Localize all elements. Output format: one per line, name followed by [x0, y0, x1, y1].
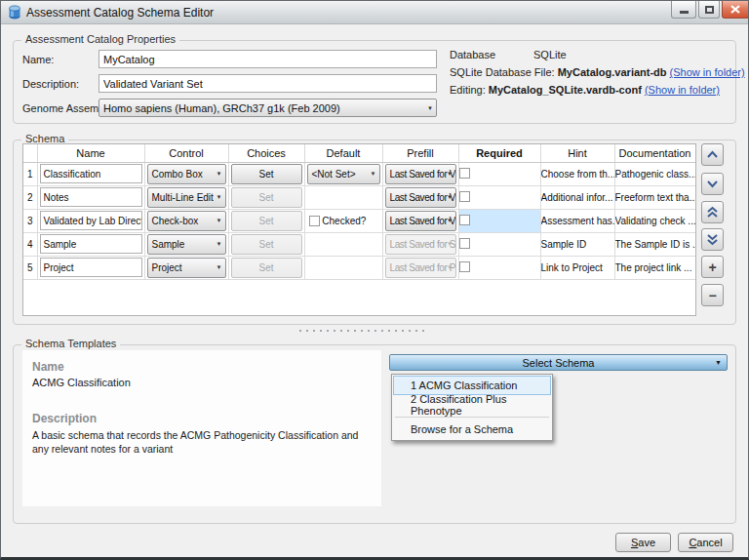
splitter-handle[interactable]: [299, 330, 424, 332]
control-combo[interactable]: Project▼: [147, 258, 226, 278]
checked-checkbox[interactable]: [309, 216, 320, 226]
default-combo[interactable]: <Not Set>▼: [307, 164, 380, 184]
checked-label: Checked?: [322, 216, 366, 226]
minimize-button[interactable]: [671, 1, 696, 19]
default-cell[interactable]: [304, 256, 382, 279]
header-choices[interactable]: Choices: [228, 144, 304, 162]
chevron-down-icon: ▼: [217, 241, 222, 247]
database-value: SQLite: [533, 49, 567, 60]
default-cell[interactable]: Checked?: [304, 209, 382, 232]
default-cell[interactable]: [304, 185, 382, 209]
template-description-heading: Description: [32, 412, 97, 425]
hint-cell[interactable]: Assessment has...: [540, 209, 614, 232]
header-prefill[interactable]: Prefill: [382, 144, 458, 162]
field-name-input[interactable]: Notes: [40, 187, 142, 207]
dialog-window: Assessment Catalog Schema Editor Assessm…: [0, 0, 749, 560]
row-number[interactable]: 5: [23, 256, 37, 279]
close-button[interactable]: [722, 1, 749, 19]
required-checkbox[interactable]: [459, 238, 470, 249]
hint-cell[interactable]: Choose from th...: [540, 162, 614, 185]
row-number[interactable]: 4: [23, 232, 37, 256]
documentation-cell[interactable]: Validating check ...: [614, 209, 695, 232]
maximize-button[interactable]: [698, 1, 720, 19]
table-row: 2 Notes Multi-Line Edit▼ Set Last Saved …: [23, 185, 695, 209]
schema-table: Name Control Choices Default Prefill Req…: [22, 143, 696, 316]
move-up-button[interactable]: [701, 143, 724, 166]
header-hint[interactable]: Hint: [540, 144, 614, 162]
minimize-icon: [680, 11, 689, 14]
choices-set-button[interactable]: Set: [231, 164, 302, 184]
required-checkbox[interactable]: [459, 215, 470, 225]
row-number[interactable]: 2: [23, 185, 37, 209]
plus-icon: +: [708, 260, 716, 275]
maximize-icon: [705, 6, 714, 14]
chevron-down-icon: ▼: [715, 359, 722, 366]
header-control[interactable]: Control: [144, 144, 228, 162]
chevron-down-icon: ▼: [447, 241, 453, 247]
prefill-combo[interactable]: Last Saved for V▼: [385, 211, 456, 231]
required-checkbox[interactable]: [459, 168, 470, 179]
row-number[interactable]: 1: [23, 162, 37, 185]
required-checkbox[interactable]: [459, 261, 470, 272]
chevron-down-icon: ▼: [447, 194, 453, 200]
required-checkbox[interactable]: [459, 191, 470, 202]
move-top-button[interactable]: [701, 201, 724, 223]
hint-cell[interactable]: Sample ID: [540, 232, 614, 256]
documentation-cell[interactable]: Pathogenic class...: [614, 162, 695, 185]
hint-cell[interactable]: Additional infor...: [540, 185, 614, 209]
menu-item-acmg-classification[interactable]: 1 ACMG Classification: [393, 376, 551, 395]
required-cell[interactable]: [458, 256, 540, 279]
documentation-cell[interactable]: The Sample ID is ...: [614, 232, 695, 256]
control-combo[interactable]: Combo Box▼: [147, 164, 226, 184]
save-button[interactable]: Save: [615, 533, 671, 552]
menu-item-browse-for-schema[interactable]: Browse for a Schema: [393, 420, 551, 439]
field-name-input[interactable]: Sample: [40, 234, 142, 254]
prefill-combo: Last Saved for P▼: [385, 258, 456, 278]
control-combo[interactable]: Check-box▼: [147, 211, 226, 231]
dbfile-value: MyCatalog.variant-db: [558, 66, 667, 78]
header-required[interactable]: Required: [458, 144, 540, 162]
editing-line: Editing: MyCatalog_SQLite.vardb-conf (Sh…: [450, 84, 720, 96]
field-name-input[interactable]: Validated by Lab Director: [40, 211, 142, 230]
chevron-down-icon: ▼: [447, 264, 453, 270]
genome-assembly-combo[interactable]: Homo sapiens (Human), GRCh37 g1k (Feb 20…: [99, 99, 437, 117]
dbfile-show-in-folder-link[interactable]: (Show in folder): [670, 66, 745, 78]
menu-separator: [395, 417, 549, 418]
select-schema-button[interactable]: Select Schema ▼: [389, 354, 728, 371]
minus-icon: −: [708, 288, 716, 303]
cancel-button[interactable]: Cancel: [678, 533, 733, 552]
documentation-cell[interactable]: Freeform text tha...: [614, 185, 695, 209]
description-input[interactable]: [99, 74, 437, 93]
prefill-combo[interactable]: Last Saved for V▼: [385, 164, 456, 184]
table-row: 4 Sample Sample▼ Set Last Saved for S▼ S…: [23, 232, 695, 256]
add-row-button[interactable]: +: [701, 256, 724, 278]
select-schema-menu: 1 ACMG Classification 2 Classification P…: [391, 374, 553, 441]
control-combo[interactable]: Multi-Line Edit▼: [147, 187, 226, 208]
hint-cell[interactable]: Link to Project: [540, 256, 614, 279]
move-down-button[interactable]: [701, 173, 724, 195]
field-name-input[interactable]: Project: [40, 258, 142, 277]
chevron-down-icon: ▼: [217, 194, 222, 200]
header-name[interactable]: Name: [37, 144, 144, 162]
choices-set-button: Set: [231, 211, 302, 231]
remove-row-button[interactable]: −: [701, 284, 724, 306]
field-name-input[interactable]: Classification: [40, 164, 142, 183]
chevron-down-icon: ▼: [217, 171, 222, 177]
required-cell[interactable]: [458, 232, 540, 256]
prefill-combo[interactable]: Last Saved for V▼: [385, 187, 456, 208]
required-cell[interactable]: [458, 162, 540, 185]
required-cell-selected[interactable]: [458, 209, 540, 232]
properties-group-label: Assessment Catalog Properties: [21, 33, 179, 45]
documentation-cell[interactable]: The project link ...: [614, 256, 695, 279]
row-number[interactable]: 3: [23, 209, 37, 232]
default-cell[interactable]: [304, 232, 382, 256]
titlebar[interactable]: Assessment Catalog Schema Editor: [1, 1, 748, 24]
move-bottom-button[interactable]: [701, 228, 724, 251]
required-cell[interactable]: [458, 185, 540, 209]
name-input[interactable]: [99, 50, 437, 68]
editing-show-in-folder-link[interactable]: (Show in folder): [645, 84, 720, 96]
menu-item-classification-plus-phenotype[interactable]: 2 Classification Plus Phenotype: [393, 395, 551, 415]
control-combo[interactable]: Sample▼: [147, 234, 226, 255]
header-documentation[interactable]: Documentation: [614, 144, 695, 162]
header-default[interactable]: Default: [304, 144, 382, 162]
